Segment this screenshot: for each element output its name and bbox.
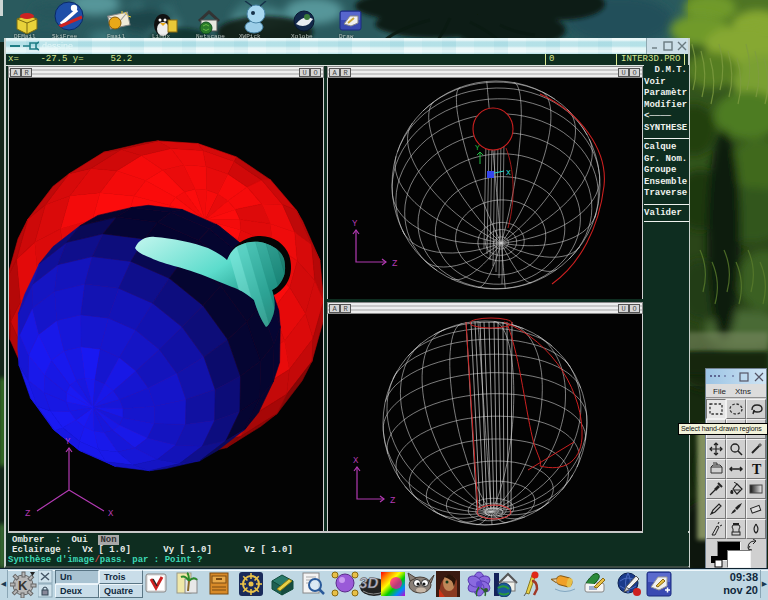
svg-text:X: X xyxy=(506,168,511,177)
svg-text:Z: Z xyxy=(392,259,398,269)
svg-text:K: K xyxy=(18,578,28,593)
svg-text:Y: Y xyxy=(352,219,358,229)
svg-text:3D: 3D xyxy=(359,574,380,591)
svg-text:Z: Z xyxy=(25,509,31,519)
svg-text:X: X xyxy=(353,456,359,466)
svg-text:X: X xyxy=(108,509,114,519)
svg-text:Y: Y xyxy=(65,437,71,447)
svg-text:Y: Y xyxy=(475,143,480,152)
svg-text:T: T xyxy=(752,462,762,476)
svg-text:Z: Z xyxy=(390,496,396,506)
